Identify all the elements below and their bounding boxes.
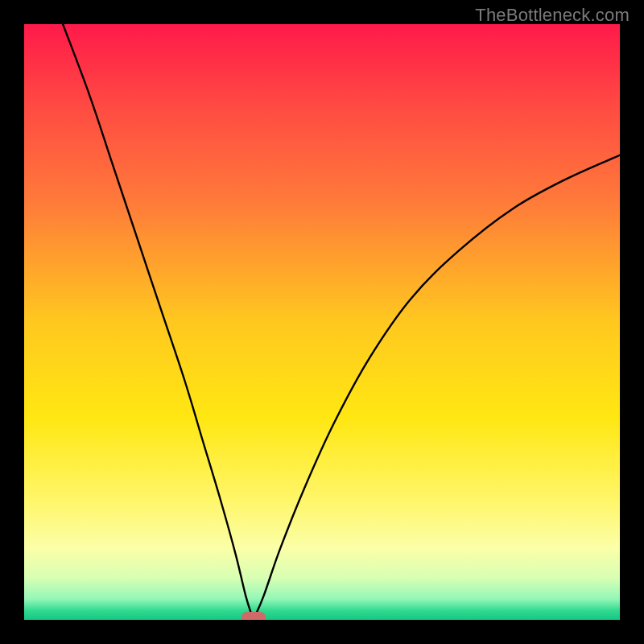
watermark-text: TheBottleneck.com xyxy=(475,5,630,26)
curve-right-branch xyxy=(254,155,620,617)
chart-frame: TheBottleneck.com xyxy=(0,0,644,644)
bottleneck-marker xyxy=(242,612,266,620)
plot-area xyxy=(24,24,620,620)
curve-layer xyxy=(24,24,620,620)
curve-left-branch xyxy=(63,24,252,617)
